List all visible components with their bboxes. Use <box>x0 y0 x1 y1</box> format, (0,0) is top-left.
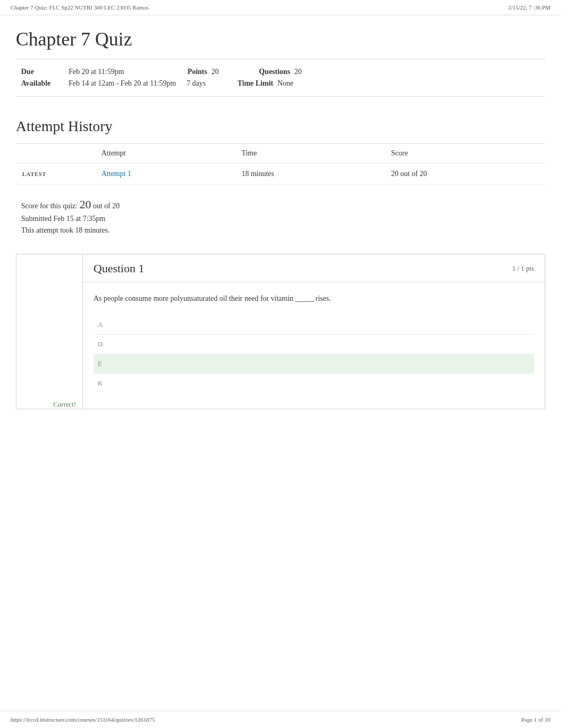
question-1-header: Question 1 1 / 1 pts <box>83 254 545 282</box>
question-1-container: Correct! Question 1 1 / 1 pts As people … <box>16 254 545 409</box>
duration-text: This attempt took 18 minutes. <box>21 226 540 235</box>
time-cell: 18 minutes <box>235 163 385 185</box>
available-label: Available <box>21 79 69 88</box>
score-label: Score for this quiz: <box>21 202 78 210</box>
table-row: LATEST Attempt 1 18 minutes 20 out of 20 <box>16 163 545 185</box>
due-value: Feb 20 at 11:59pm <box>69 68 124 76</box>
attempt-link[interactable]: Attempt 1 <box>101 170 131 178</box>
points-label: Points <box>188 68 207 76</box>
page-number: Page 1 of 10 <box>521 716 550 723</box>
option-e-letter: E <box>98 360 114 368</box>
latest-label: LATEST <box>16 163 95 185</box>
score-number: 20 <box>79 198 91 211</box>
bottom-bar: https://lrccd.instructure.com/courses/15… <box>0 711 561 728</box>
col-header-empty <box>16 144 95 163</box>
browser-datetime: 2/15/22, 7 :36 PM <box>508 4 550 11</box>
attempt-history-table: Attempt Time Score LATEST Attempt 1 18 m… <box>16 143 545 185</box>
question-1-right: Question 1 1 / 1 pts As people consume m… <box>82 254 545 409</box>
answer-option-a: A <box>94 315 534 334</box>
question-1-text: As people consume more polyunsaturated o… <box>94 293 534 305</box>
browser-tab-title: Chapter 7 Quiz: FLC Sp22 NUTRI 300 LEC 2… <box>11 4 148 11</box>
page-url: https://lrccd.instructure.com/courses/15… <box>11 716 155 723</box>
quiz-meta: Due Feb 20 at 11:59pm Points 20 Question… <box>16 59 545 97</box>
question-1-body: As people consume more polyunsaturated o… <box>83 282 545 403</box>
correct-label: Correct! <box>53 400 76 409</box>
page-title: Chapter 7 Quiz <box>16 15 545 59</box>
option-k-letter: K <box>98 379 114 388</box>
attempt-cell: Attempt 1 <box>95 163 235 185</box>
due-label: Due <box>21 68 69 76</box>
available-value: Feb 14 at 12am - Feb 20 at 11:59pm <box>69 79 176 88</box>
option-d-letter: D <box>98 340 114 348</box>
questions-value: 20 <box>294 68 310 76</box>
col-header-time: Time <box>235 144 385 163</box>
question-1-title: Question 1 <box>94 262 144 275</box>
score-suffix: out of 20 <box>93 202 120 210</box>
time-limit-label: Time Limit <box>237 79 273 88</box>
col-header-score: Score <box>385 144 545 163</box>
option-a-letter: A <box>98 320 114 329</box>
col-header-attempt: Attempt <box>95 144 235 163</box>
questions-label: Questions <box>259 68 290 76</box>
submitted-text: Submitted Feb 15 at 7:35pm <box>21 215 540 223</box>
time-label: 7 days <box>186 79 205 88</box>
answer-options: A D E K <box>94 315 534 393</box>
attempt-history-title: Attempt History <box>16 97 545 143</box>
answer-option-k: K <box>94 373 534 393</box>
score-cell: 20 out of 20 <box>385 163 545 185</box>
time-limit-value: None <box>277 79 293 88</box>
question-1-gutter: Correct! <box>16 254 82 409</box>
answer-option-d: D <box>94 334 534 354</box>
question-1-points: 1 / 1 pts <box>512 264 534 273</box>
points-value: 20 <box>211 68 227 76</box>
answer-option-e: E <box>94 354 534 373</box>
score-summary: Score for this quiz: 20 out of 20 Submit… <box>16 185 545 243</box>
